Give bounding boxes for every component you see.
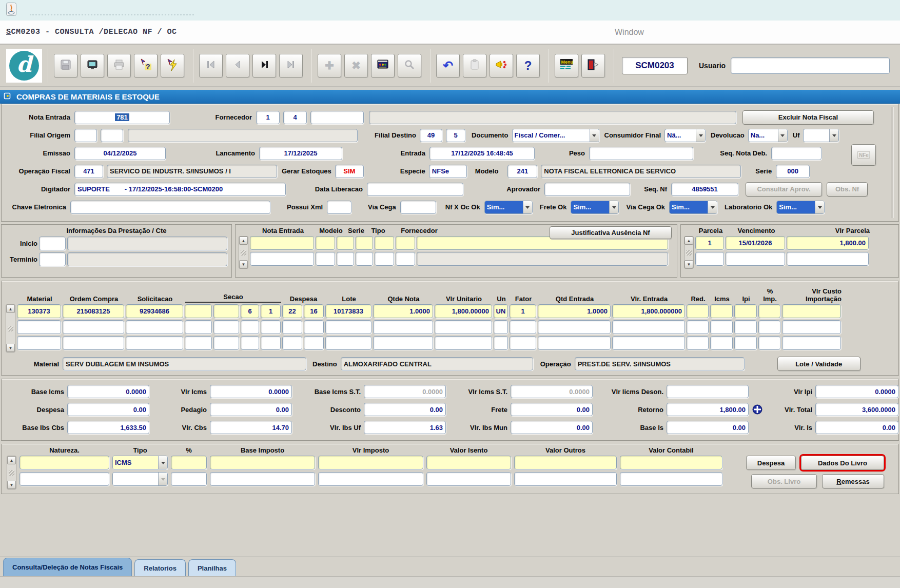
filial-destino-field-2[interactable]: 5 [446, 129, 465, 142]
documento-combo[interactable]: Fiscal / Comer... [512, 129, 599, 142]
remessas-button[interactable]: Remessas [822, 474, 884, 488]
justificativa-ausencia-button[interactable]: Justificativa Ausência Nf [550, 226, 672, 239]
program-code-field[interactable]: SCM0203 [622, 57, 688, 74]
item-cell[interactable] [782, 320, 841, 334]
chevron-down-icon[interactable] [708, 201, 717, 213]
nf-ref-tipo-cell[interactable] [356, 236, 373, 250]
vlr-cbs-field[interactable]: 14.70 [210, 421, 292, 434]
usuario-field[interactable] [731, 57, 890, 74]
menu-button[interactable]: Menu [555, 54, 578, 77]
item-cell[interactable] [282, 320, 302, 334]
frete-ok-combo[interactable]: Sim... [571, 201, 619, 214]
item-cell[interactable] [710, 320, 733, 334]
item-imp-cell[interactable] [758, 304, 780, 318]
nf-refs-scrollbar[interactable]: ▲▼ [239, 236, 248, 269]
chevron-down-icon[interactable] [815, 201, 824, 213]
base-is-field[interactable]: 0.00 [667, 421, 749, 434]
vencimento-cell[interactable]: 15/01/2026 [726, 236, 785, 250]
alert-button[interactable] [490, 54, 513, 77]
valor-contabil-cell[interactable] [620, 472, 722, 486]
item-cell[interactable] [612, 336, 685, 350]
vlr-parcela-cell[interactable]: 1,800.00 [787, 236, 869, 250]
tipo-combo[interactable] [112, 472, 168, 486]
item-secao2-cell[interactable] [213, 304, 239, 318]
excluir-nota-fiscal-button[interactable]: Excluir Nota Fiscal [742, 110, 874, 125]
item-cell[interactable] [538, 336, 611, 350]
base-imposto-cell[interactable] [210, 472, 315, 486]
obs-livro-button[interactable]: Obs. Livro [751, 474, 817, 488]
operacao-fiscal-code-field[interactable]: 471 [74, 165, 103, 178]
item-qtde-nota-cell[interactable]: 1.0000 [373, 304, 433, 318]
nota-entrada-field[interactable]: 781 [74, 111, 170, 124]
save-button[interactable] [54, 54, 77, 77]
item-cell[interactable] [241, 336, 259, 350]
nav-next-button[interactable] [252, 54, 276, 77]
item-lote-cell[interactable]: 10173833 [325, 304, 371, 318]
tab-planilhas[interactable]: Planilhas [188, 559, 236, 576]
chevron-down-icon[interactable] [590, 129, 599, 142]
fornecedor-field-2[interactable]: 4 [283, 111, 307, 124]
scroll-up-icon[interactable]: ▲ [684, 237, 693, 245]
item-ipi-cell[interactable] [734, 304, 757, 318]
item-custo-cell[interactable] [782, 304, 841, 318]
item-ordem-compra-cell[interactable]: 215083125 [63, 304, 124, 318]
item-cell[interactable] [325, 320, 371, 334]
vlr-ipi-field[interactable]: 0.0000 [815, 385, 898, 398]
tab-consulta-delecao[interactable]: Consulta/Deleção de Notas Fiscais [3, 558, 132, 576]
lote-validade-button[interactable]: Lote / Validade [777, 357, 860, 371]
item-cell[interactable] [710, 336, 733, 350]
item-solicitacao-cell[interactable]: 92934686 [126, 304, 183, 318]
item-cell[interactable] [782, 336, 841, 350]
data-liberacao-field[interactable] [367, 183, 463, 196]
terminio-field[interactable] [39, 252, 66, 266]
item-cell[interactable] [612, 320, 685, 334]
fornecedor-field-3[interactable] [310, 111, 364, 124]
item-fator-cell[interactable]: 1 [510, 304, 536, 318]
item-cell[interactable] [510, 320, 536, 334]
paste-button[interactable] [463, 54, 486, 77]
valor-outros-cell[interactable] [514, 456, 617, 469]
print-button[interactable] [107, 54, 131, 77]
serie-field[interactable]: 000 [776, 165, 810, 178]
vencimento-cell[interactable] [726, 252, 785, 266]
item-cell[interactable] [17, 336, 61, 350]
pedagio-field[interactable]: 0.00 [210, 403, 292, 416]
item-secao4-cell[interactable]: 1 [261, 304, 281, 318]
base-imposto-cell[interactable] [210, 456, 315, 469]
emissao-field[interactable]: 04/12/2025 [74, 147, 166, 160]
item-cell[interactable] [510, 336, 536, 350]
nf-ref-nota-cell[interactable] [250, 236, 314, 250]
valor-isento-cell[interactable] [426, 472, 511, 486]
filial-origem-field-2[interactable] [101, 129, 123, 142]
retorno-plus-button[interactable] [749, 404, 766, 415]
item-qtd-entrada-cell[interactable]: 1.0000 [538, 304, 611, 318]
fornecedor-field-1[interactable]: 1 [256, 111, 280, 124]
chevron-down-icon[interactable] [158, 456, 167, 469]
item-cell[interactable] [435, 336, 492, 350]
consumidor-final-combo[interactable]: Nã... [664, 129, 706, 142]
screen-button[interactable] [81, 54, 104, 77]
filial-origem-name-field[interactable] [128, 129, 358, 142]
scroll-up-icon[interactable]: ▲ [6, 305, 15, 313]
item-cell[interactable] [304, 320, 324, 334]
item-cell[interactable] [126, 336, 183, 350]
item-cell[interactable] [185, 320, 212, 334]
base-icms-st-field[interactable]: 0.0000 [364, 385, 446, 398]
nf-x-oc-ok-combo[interactable]: Sim... [484, 201, 533, 214]
chave-eletronica-field[interactable] [70, 201, 270, 214]
tab-relatorios[interactable]: Relatorios [134, 559, 186, 576]
vlr-is-field[interactable]: 0.00 [815, 421, 898, 434]
peso-field[interactable] [589, 147, 693, 160]
nf-ref-forn-name-cell[interactable] [417, 252, 668, 266]
vlr-parcela-cell[interactable] [787, 252, 869, 266]
delete-record-button[interactable]: ✖ [344, 54, 368, 77]
item-cell[interactable] [687, 336, 709, 350]
tipo-combo[interactable]: ICMS [112, 456, 168, 469]
retorno-field[interactable]: 1,800.00 [667, 403, 749, 416]
base-icms-field[interactable]: 0.0000 [67, 385, 149, 398]
modelo-code-field[interactable]: 241 [507, 165, 537, 178]
fornecedor-name-field[interactable] [369, 111, 736, 124]
item-cell[interactable] [213, 320, 239, 334]
via-cega-field[interactable] [400, 201, 436, 214]
item-secao3-cell[interactable]: 6 [241, 304, 259, 318]
